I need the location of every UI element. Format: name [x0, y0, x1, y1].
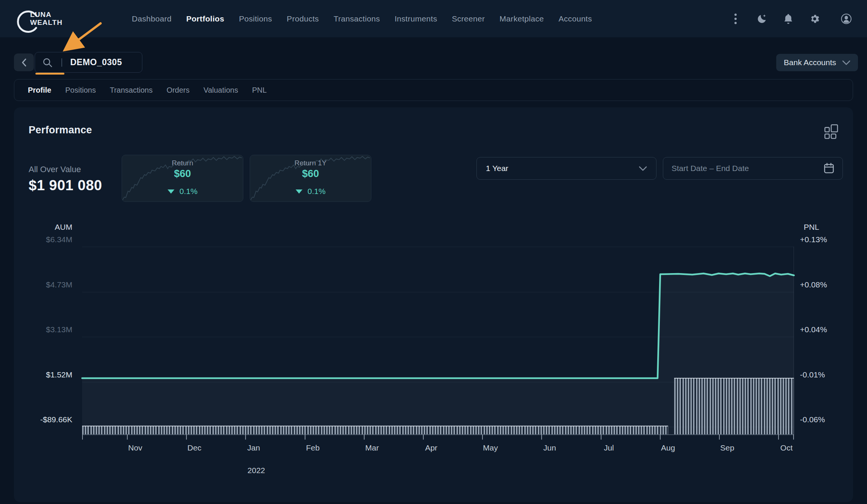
- return-card-title: Return 1Y: [250, 159, 371, 167]
- left-axis-label: $3.13M: [16, 324, 72, 335]
- layout-grid-icon: [824, 123, 839, 141]
- return-card-change: 0.1%: [180, 187, 198, 196]
- tab-transactions[interactable]: Transactions: [110, 86, 153, 95]
- page: LUNA WEALTH DashboardPortfoliosPositions…: [0, 0, 867, 504]
- x-tick: [186, 434, 187, 440]
- x-tick: [423, 434, 424, 440]
- chevron-down-icon: [639, 166, 647, 171]
- nav-item-instruments[interactable]: Instruments: [395, 14, 437, 23]
- portfolio-search-box[interactable]: DEMO_0305: [35, 52, 142, 73]
- nav-item-screener[interactable]: Screener: [452, 14, 485, 23]
- aum-line: [82, 247, 794, 434]
- nav-item-products[interactable]: Products: [287, 14, 319, 23]
- right-axis-label: +0.04%: [800, 324, 856, 335]
- nav-item-accounts[interactable]: Accounts: [559, 14, 592, 23]
- return-card-title: Return: [122, 159, 243, 167]
- month-label: Jan: [237, 443, 270, 452]
- month-label: Nov: [118, 443, 152, 452]
- nav-item-marketplace[interactable]: Marketplace: [499, 14, 544, 23]
- x-tick: [719, 434, 720, 440]
- return-card-change: 0.1%: [308, 187, 326, 196]
- triangle-down-icon: [296, 189, 302, 194]
- x-tick: [245, 434, 246, 440]
- month-label: Oct: [769, 443, 803, 452]
- performance-title: Performance: [29, 124, 92, 136]
- return-cards: Return$600.1%Return 1Y$600.1%: [122, 155, 371, 202]
- month-label: May: [473, 443, 507, 452]
- tab-valuations[interactable]: Valuations: [203, 86, 238, 95]
- settings-gear-icon[interactable]: [809, 13, 820, 24]
- month-label: Dec: [177, 443, 211, 452]
- x-tick: [660, 434, 661, 440]
- right-axis-title: PNL: [800, 223, 856, 232]
- x-tick: [127, 434, 128, 440]
- month-label: Jul: [592, 443, 626, 452]
- month-label: Jun: [533, 443, 566, 452]
- triangle-down-icon: [168, 189, 174, 194]
- range-select[interactable]: 1 Year: [476, 157, 656, 180]
- aum-pnl-chart: $6.34M+0.13%$4.73M+0.08%$3.13M+0.04%$1.5…: [82, 247, 794, 434]
- tab-profile[interactable]: Profile: [28, 86, 51, 95]
- layout-grid-icon-button[interactable]: [824, 123, 839, 142]
- bank-accounts-label: Bank Accounts: [784, 58, 836, 67]
- user-account-icon[interactable]: [841, 13, 852, 24]
- x-tick: [793, 434, 794, 440]
- nav-item-transactions[interactable]: Transactions: [334, 14, 380, 23]
- portfolio-subheader: DEMO_0305 Bank Accounts: [14, 52, 858, 73]
- search-icon[interactable]: [43, 58, 52, 67]
- notifications-bell-icon[interactable]: [783, 13, 794, 24]
- chevron-down-icon: [842, 60, 850, 65]
- left-axis-label: -$89.66K: [16, 414, 72, 425]
- performance-card: Performance All Over Value $1 901 080 Re…: [14, 107, 853, 502]
- month-label: Mar: [355, 443, 389, 452]
- tab-orders[interactable]: Orders: [166, 86, 189, 95]
- calendar-icon: [824, 163, 834, 174]
- date-range-input[interactable]: Start Date – End Date: [663, 157, 843, 180]
- nav-item-portfolios[interactable]: Portfolios: [186, 14, 224, 23]
- x-tick: [601, 434, 601, 440]
- month-label: Aug: [651, 443, 685, 452]
- x-tick: [305, 434, 305, 440]
- date-range-placeholder: Start Date – End Date: [672, 164, 749, 173]
- right-axis-label: -0.01%: [800, 369, 856, 380]
- left-axis-label: $4.73M: [16, 279, 72, 290]
- tab-pnl[interactable]: PNL: [252, 86, 267, 95]
- chevron-left-icon: [21, 58, 27, 67]
- return-card-value: $60: [250, 168, 371, 180]
- x-tick: [541, 434, 542, 440]
- left-axis-title: AUM: [16, 223, 72, 232]
- return-card-1: Return$600.1%: [122, 155, 243, 202]
- left-axis-label: $1.52M: [16, 369, 72, 380]
- dark-mode-moon-icon[interactable]: [756, 13, 768, 24]
- month-label: Feb: [296, 443, 330, 452]
- primary-nav: DashboardPortfoliosPositionsProductsTran…: [132, 14, 592, 23]
- nav-item-dashboard[interactable]: Dashboard: [132, 14, 171, 23]
- month-label: Apr: [414, 443, 448, 452]
- topbar-icons: [730, 13, 852, 24]
- logo-line-2: WEALTH: [30, 18, 63, 26]
- x-axis-line: [82, 434, 794, 435]
- right-axis-label: -0.06%: [800, 414, 856, 425]
- all-over-value-label: All Over Value: [29, 165, 81, 174]
- right-axis-label: +0.13%: [800, 234, 856, 245]
- logo-line-1: LUNA: [30, 11, 63, 18]
- back-button[interactable]: [14, 53, 34, 71]
- return-card-2: Return 1Y$600.1%: [250, 155, 371, 202]
- nav-item-positions[interactable]: Positions: [239, 14, 272, 23]
- range-select-value: 1 Year: [486, 164, 508, 173]
- x-tick: [364, 434, 365, 440]
- x-tick: [82, 434, 83, 440]
- year-label: 2022: [239, 466, 273, 475]
- portfolio-title: DEMO_0305: [70, 57, 122, 67]
- all-over-value: $1 901 080: [29, 177, 102, 194]
- divider: [61, 58, 62, 67]
- kebab-menu-icon[interactable]: [730, 13, 741, 24]
- right-axis-label: +0.08%: [800, 279, 856, 290]
- logo-wordmark: LUNA WEALTH: [30, 11, 63, 26]
- x-tick: [778, 434, 779, 440]
- month-label: Sep: [710, 443, 744, 452]
- return-card-value: $60: [122, 168, 243, 180]
- bank-accounts-dropdown[interactable]: Bank Accounts: [776, 54, 858, 71]
- tab-positions[interactable]: Positions: [65, 86, 96, 95]
- top-navigation-bar: LUNA WEALTH DashboardPortfoliosPositions…: [0, 0, 867, 37]
